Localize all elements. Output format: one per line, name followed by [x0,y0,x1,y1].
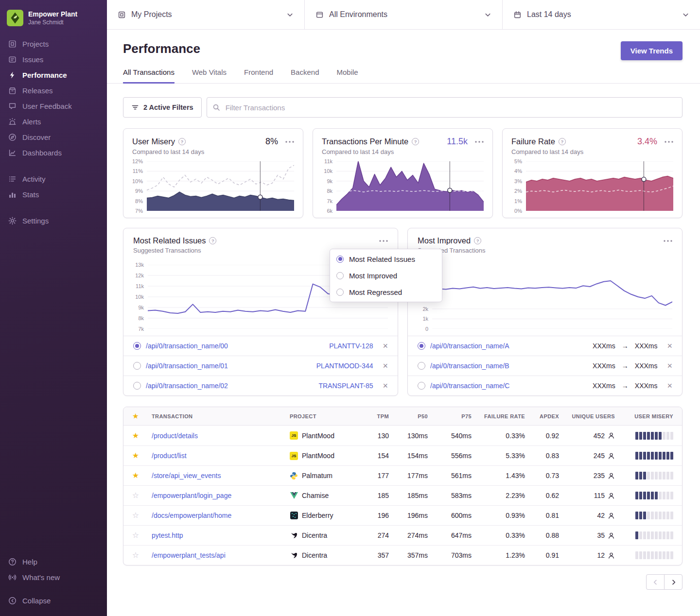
sidebar-item-help[interactable]: Help [0,554,107,569]
y-axis: 13k12k11k10k9k8k7k [133,265,148,329]
more-options-icon[interactable] [665,141,673,143]
help-icon[interactable]: ? [559,138,566,145]
y-axis-label: 9% [135,188,143,194]
transaction-link[interactable]: /product/details [152,432,198,440]
environment-selector[interactable]: All Environments [304,0,502,29]
favorite-star-button[interactable]: ☆ [132,551,139,559]
tab-frontend[interactable]: Frontend [244,68,273,84]
issue-tag-link[interactable]: PLANTMOOD-344 [316,362,373,370]
sidebar-item-collapse[interactable]: Collapse [0,593,107,608]
tab-mobile[interactable]: Mobile [336,68,358,84]
row-radio[interactable] [418,382,425,390]
y-axis-label: 7k [327,198,332,204]
close-icon[interactable]: × [383,342,388,350]
failure-rate-value: 0.93% [475,512,529,519]
transaction-link[interactable]: pytest.http [152,531,183,539]
more-options-icon[interactable] [379,240,388,242]
row-radio[interactable] [133,362,141,370]
arrow-right-icon: → [622,362,629,370]
sidebar-item-stats[interactable]: Stats [0,187,107,202]
misery-bar [663,452,665,460]
close-icon[interactable]: × [383,361,388,370]
row-radio[interactable] [336,272,344,279]
close-icon[interactable]: × [383,381,388,390]
sidebar-item-releases[interactable]: Releases [0,83,107,98]
y-axis-label: 9k [327,178,332,184]
transaction-link[interactable]: /empowerplant/login_page [152,492,231,499]
sidebar-item-label: Performance [22,71,67,79]
misery-bar [655,432,658,440]
date-range-selector[interactable]: Last 14 days [502,0,700,29]
sidebar-item-dashboards[interactable]: Dashboards [0,145,107,160]
favorite-star-button[interactable]: ☆ [132,512,139,519]
sidebar-item-discover[interactable]: Discover [0,129,107,145]
row-radio[interactable] [336,289,344,296]
more-options-icon[interactable] [285,141,294,143]
sidebar-item-performance[interactable]: Performance [0,67,107,83]
transaction-link[interactable]: /api/0/transaction_name/C [430,382,588,390]
tab-web-vitals[interactable]: Web Vitals [192,68,227,84]
unique-users-value: 245 [594,452,605,460]
more-options-icon[interactable] [475,141,484,143]
y-axis-label: 12% [132,158,143,164]
favorite-star-button[interactable]: ☆ [132,492,139,499]
sidebar-item-projects[interactable]: Projects [0,36,107,51]
favorite-star-button[interactable]: ★ [132,452,139,460]
misery-bar [666,512,669,519]
issue-tag-link[interactable]: TRANSPLANT-85 [318,382,373,390]
favorite-star-button[interactable]: ☆ [132,531,139,539]
user-misery-bars [619,432,682,440]
sidebar-item-user-feedback[interactable]: User Feedback [0,98,107,114]
transaction-link[interactable]: /product/list [152,452,187,460]
user-icon [608,492,615,499]
row-radio[interactable] [336,256,344,263]
transaction-link[interactable]: /docs/empowerplant/home [152,512,231,519]
transaction-search-input[interactable] [207,97,682,118]
row-radio[interactable] [418,362,425,370]
more-options-icon[interactable] [664,240,672,242]
user-misery-card-svg [147,161,294,211]
transaction-link[interactable]: /empowerplant_tests/api [152,551,226,559]
close-icon[interactable]: × [667,342,672,350]
favorite-star-button[interactable]: ★ [132,472,139,479]
org-switcher[interactable]: Empower Plant Jane Schmidt [0,6,107,36]
transaction-link[interactable]: /store/api_view_events [152,472,221,479]
sidebar-item-activity[interactable]: Activity [0,171,107,187]
menu-item-most-regressed[interactable]: Most Regressed [330,284,442,300]
tab-all-transactions[interactable]: All Transactions [123,68,175,84]
prev-page-button[interactable] [646,574,665,590]
menu-item-most-related-issues[interactable]: Most Related Issues [330,251,442,267]
transaction-link[interactable]: /api/0/transaction_name/00 [146,342,324,350]
favorite-star-button[interactable]: ★ [132,432,139,440]
misery-bar [655,492,658,499]
close-icon[interactable]: × [667,361,672,370]
filter-icon [131,103,139,111]
issue-tag-link[interactable]: PLANTTV-128 [329,342,373,350]
row-radio[interactable] [133,342,141,350]
project-selector[interactable]: My Projects [107,0,304,29]
transaction-link[interactable]: /api/0/transaction_name/02 [146,382,314,390]
close-icon[interactable]: × [667,381,672,390]
sidebar-item-settings[interactable]: Settings [0,213,107,228]
misery-bar [635,472,638,479]
next-page-button[interactable] [664,574,682,590]
transaction-link[interactable]: /api/0/transaction_name/A [430,342,588,350]
help-icon[interactable]: ? [209,237,216,244]
sidebar-item-issues[interactable]: Issues [0,51,107,67]
menu-item-most-improved[interactable]: Most Improved [330,267,442,284]
active-filters-button[interactable]: 2 Active Filters [123,97,202,118]
unique-users-value: 452 [594,432,605,440]
help-icon[interactable]: ? [412,138,419,145]
help-icon[interactable]: ? [474,237,481,244]
view-trends-button[interactable]: View Trends [621,41,682,60]
row-radio[interactable] [133,382,141,390]
sidebar-item-alerts[interactable]: Alerts [0,114,107,129]
row-radio[interactable] [418,342,425,350]
transaction-link[interactable]: /api/0/transaction_name/01 [146,362,312,370]
user-misery-bars [619,512,682,519]
sidebar-item-what-s-new[interactable]: What's new [0,569,107,585]
tab-backend[interactable]: Backend [291,68,319,84]
transaction-link[interactable]: /api/0/transaction_name/B [430,362,588,370]
help-icon[interactable]: ? [178,138,186,145]
misery-bar [651,492,654,499]
